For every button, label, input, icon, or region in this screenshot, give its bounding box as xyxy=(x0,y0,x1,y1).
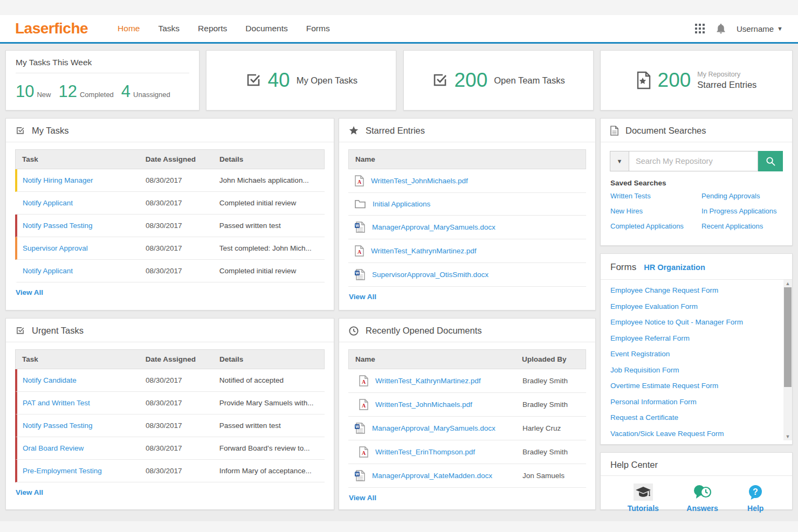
view-all-link[interactable]: View All xyxy=(16,288,43,296)
scrollbar-thumb[interactable] xyxy=(784,287,792,387)
question-bubble-icon: ? xyxy=(746,483,765,501)
nav-item-home[interactable]: Home xyxy=(118,24,140,33)
form-link[interactable]: Employee Referral Form xyxy=(610,334,782,342)
panel-title: Starred Entries xyxy=(366,126,425,136)
task-link[interactable]: Notify Passed Testing xyxy=(23,422,93,430)
table-row: W ManagerApproval_KateMadden.docx Jon Sa… xyxy=(348,464,586,488)
task-link[interactable]: Supervisor Approval xyxy=(23,244,88,252)
form-link[interactable]: Overtime Estimate Request Form xyxy=(610,382,782,390)
task-link[interactable]: Notify Hiring Manager xyxy=(23,176,93,184)
folder-link[interactable]: Initial Applications xyxy=(373,200,430,208)
scroll-up-icon[interactable]: ▲ xyxy=(783,280,792,287)
saved-search-link[interactable]: New Hires xyxy=(610,207,701,215)
panel-title: Recently Opened Documents xyxy=(366,326,482,336)
task-link[interactable]: Notify Applicant xyxy=(23,267,73,275)
view-all-link[interactable]: View All xyxy=(16,488,43,496)
nav-item-forms[interactable]: Forms xyxy=(306,24,330,33)
list-item: W ManagerApproval_MarySamuels.docx xyxy=(348,216,586,239)
uploaded-by: Bradley Smith xyxy=(522,377,580,385)
app-grid-icon[interactable] xyxy=(695,24,705,34)
file-link[interactable]: ManagerApproval_KateMadden.docx xyxy=(372,472,492,480)
my-tasks-panel: My Tasks TaskDate AssignedDetails Notify… xyxy=(5,118,334,310)
saved-search-link[interactable]: Completed Applications xyxy=(610,222,701,230)
laserfiche-logo: Laserfiche xyxy=(15,20,88,37)
starred-sub-label: My Repository xyxy=(697,71,756,79)
panel-title: Urgent Tasks xyxy=(32,326,84,336)
file-link[interactable]: WrittenTest_JohnMichaels.pdf xyxy=(371,177,468,185)
task-check-icon xyxy=(432,72,448,88)
saved-searches-links: Written Tests Pending Approvals New Hire… xyxy=(610,192,782,230)
main-nav: Home Tasks Reports Documents Forms xyxy=(118,24,695,33)
view-all-link[interactable]: View All xyxy=(349,494,376,502)
uploaded-by: Jon Samuels xyxy=(522,472,580,480)
search-input[interactable] xyxy=(629,151,758,171)
file-link[interactable]: WrittenTest_KathrynMartinez.pdf xyxy=(371,247,477,255)
file-link[interactable]: WrittenTest_JohnMichaels.pdf xyxy=(375,400,472,409)
file-link[interactable]: ManagerApproval_MarySamuels.docx xyxy=(372,223,496,231)
unassigned-count: 4 xyxy=(121,82,130,101)
word-file-icon: W xyxy=(355,269,365,280)
stat-cards-row: My Tasks This Week 10New 12Completed 4Un… xyxy=(5,50,793,110)
scroll-down-icon[interactable]: ▼ xyxy=(783,433,792,440)
form-link[interactable]: Personal Information Form xyxy=(610,398,782,406)
starred-label: Starred Entries xyxy=(697,79,756,91)
uploaded-by: Bradley Smith xyxy=(522,448,580,456)
answers-link[interactable]: Answers xyxy=(686,483,718,513)
form-link[interactable]: Employee Evaluation Form xyxy=(610,302,782,310)
task-link[interactable]: Notify Applicant xyxy=(23,199,73,207)
file-link[interactable]: WrittenTest_ErinThompson.pdf xyxy=(375,448,475,456)
search-icon xyxy=(766,156,776,167)
word-file-icon: W xyxy=(355,470,365,481)
folder-icon xyxy=(355,199,366,209)
footer-strip xyxy=(0,521,798,532)
saved-search-link[interactable]: Recent Applications xyxy=(701,222,782,230)
saved-search-link[interactable]: Written Tests xyxy=(610,192,701,200)
chevron-down-icon: ▼ xyxy=(777,25,783,32)
saved-searches-title: Saved Searches xyxy=(610,179,782,187)
task-link[interactable]: PAT and Written Test xyxy=(23,399,90,407)
pdf-file-icon: A xyxy=(359,399,368,410)
svg-text:W: W xyxy=(355,472,359,476)
form-link[interactable]: Job Requisition Form xyxy=(610,366,782,374)
bell-icon[interactable] xyxy=(716,23,726,34)
task-link[interactable]: Pre-Employment Testing xyxy=(23,467,102,475)
task-link[interactable]: Oral Board Review xyxy=(23,444,84,452)
nav-item-reports[interactable]: Reports xyxy=(198,24,227,33)
my-open-tasks-card[interactable]: 40 My Open Tasks xyxy=(206,50,396,110)
search-button[interactable] xyxy=(758,151,783,171)
svg-text:?: ? xyxy=(753,487,758,496)
view-all-link[interactable]: View All xyxy=(349,293,376,301)
saved-search-link[interactable]: Pending Approvals xyxy=(701,192,782,200)
panel-title: My Tasks xyxy=(32,126,68,136)
word-file-icon: W xyxy=(355,423,365,434)
open-team-tasks-card[interactable]: 200 Open Team Tasks xyxy=(403,50,594,110)
nav-item-tasks[interactable]: Tasks xyxy=(158,24,180,33)
table-row: PAT and Written Test 08/30/2017 Provide … xyxy=(15,392,325,414)
task-link[interactable]: Notify Candidate xyxy=(23,376,77,384)
form-link[interactable]: Employee Change Request Form xyxy=(610,286,782,294)
list-item: A WrittenTest_KathrynMartinez.pdf xyxy=(348,239,586,263)
team-tasks-label: Open Team Tasks xyxy=(494,75,565,86)
user-menu[interactable]: Username ▼ xyxy=(737,24,783,33)
question-bubble-icon-link[interactable]: ? Help xyxy=(746,483,765,513)
help-center-panel: Help Center Tutorials Answers xyxy=(600,452,793,510)
recently-opened-documents-panel: Recently Opened Documents NameUploaded B… xyxy=(339,318,596,510)
tutorials-link[interactable]: Tutorials xyxy=(628,483,659,513)
table-header: TaskDate AssignedDetails xyxy=(15,349,325,369)
form-link[interactable]: Vacation/Sick Leave Request Form xyxy=(610,430,782,438)
scrollbar[interactable]: ▲ ▼ xyxy=(783,280,792,440)
form-link[interactable]: Event Registration xyxy=(610,350,782,358)
starred-entries-card[interactable]: 200 My Repository Starred Entries xyxy=(600,50,793,110)
form-link[interactable]: Request a Certificate xyxy=(610,413,782,422)
svg-text:A: A xyxy=(362,403,366,409)
nav-item-documents[interactable]: Documents xyxy=(245,24,287,33)
navbar: Laserfiche Home Tasks Reports Documents … xyxy=(0,15,798,44)
hr-organization-link[interactable]: HR Organization xyxy=(644,263,705,272)
file-link[interactable]: SupervisorApproval_OtisSmith.docx xyxy=(372,271,489,279)
file-link[interactable]: ManagerApproval_MarySamuels.docx xyxy=(372,424,496,432)
saved-search-link[interactable]: In Progress Applications xyxy=(701,207,782,215)
file-link[interactable]: WrittenTest_KathrynMartinez.pdf xyxy=(375,377,481,385)
form-link[interactable]: Employee Notice to Quit - Manager Form xyxy=(610,318,782,326)
search-options-dropdown[interactable]: ▼ xyxy=(610,151,629,171)
task-link[interactable]: Notify Passed Testing xyxy=(23,222,93,230)
